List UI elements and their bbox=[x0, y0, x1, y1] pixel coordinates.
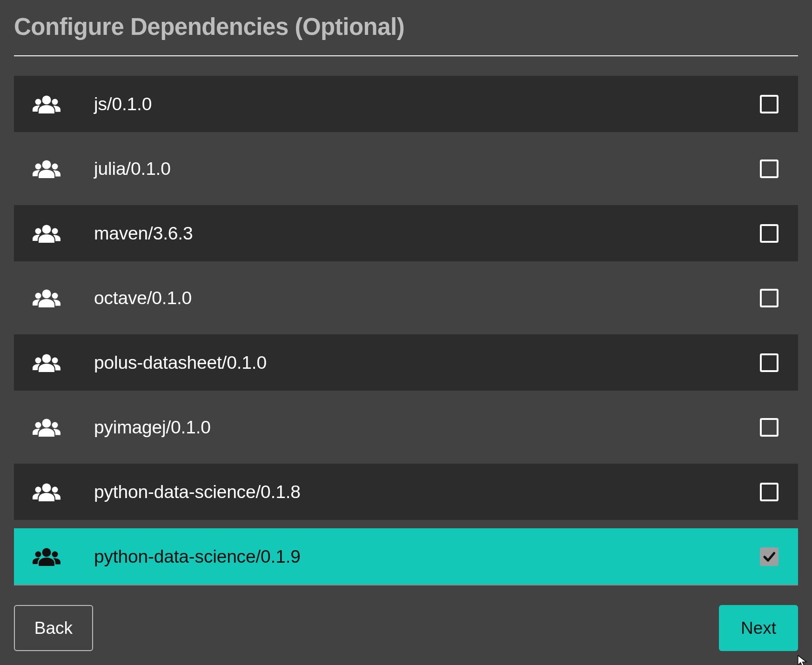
bottom-divider bbox=[14, 585, 798, 585]
svg-point-3 bbox=[42, 160, 51, 169]
dependency-label: julia/0.1.0 bbox=[94, 159, 759, 179]
dependency-checkbox[interactable] bbox=[759, 288, 779, 308]
svg-point-8 bbox=[52, 228, 58, 234]
dependency-list: js/0.1.0 julia/0.1.0 maven/3.6.3 octave/… bbox=[14, 76, 798, 585]
svg-point-9 bbox=[42, 289, 51, 298]
dependency-row[interactable]: polus-datasheet/0.1.0 bbox=[14, 334, 798, 391]
people-icon bbox=[33, 353, 60, 372]
footer: Back Next bbox=[14, 605, 798, 651]
dependency-checkbox[interactable] bbox=[759, 94, 779, 114]
svg-point-12 bbox=[42, 354, 51, 363]
dependency-checkbox[interactable] bbox=[759, 159, 779, 179]
dependency-checkbox[interactable] bbox=[759, 223, 779, 244]
dependency-row[interactable]: js/0.1.0 bbox=[14, 76, 798, 132]
dependency-label: python-data-science/0.1.9 bbox=[94, 546, 759, 567]
svg-point-1 bbox=[35, 99, 41, 105]
dependency-checkbox[interactable] bbox=[759, 482, 779, 502]
svg-point-21 bbox=[42, 548, 51, 557]
people-icon bbox=[33, 418, 60, 437]
svg-point-7 bbox=[35, 228, 41, 234]
dependency-row[interactable]: julia/0.1.0 bbox=[14, 140, 798, 197]
svg-point-20 bbox=[52, 486, 58, 492]
dependency-row[interactable]: pyimagej/0.1.0 bbox=[14, 399, 798, 455]
svg-point-15 bbox=[42, 419, 51, 427]
dependency-row[interactable]: octave/0.1.0 bbox=[14, 270, 798, 326]
svg-point-11 bbox=[52, 293, 58, 299]
people-icon bbox=[33, 483, 60, 501]
people-icon bbox=[33, 289, 60, 307]
svg-point-13 bbox=[35, 357, 41, 363]
svg-point-10 bbox=[35, 293, 41, 299]
svg-point-14 bbox=[52, 357, 58, 363]
people-icon bbox=[33, 160, 60, 178]
dependency-checkbox[interactable] bbox=[759, 352, 779, 373]
svg-point-16 bbox=[35, 422, 41, 428]
back-button[interactable]: Back bbox=[14, 605, 93, 651]
dependency-checkbox[interactable] bbox=[759, 417, 779, 438]
top-divider bbox=[14, 55, 798, 56]
dependency-row-selected[interactable]: python-data-science/0.1.9 bbox=[14, 528, 798, 585]
svg-point-2 bbox=[52, 99, 58, 105]
svg-point-17 bbox=[52, 422, 58, 428]
configure-dependencies-page: Configure Dependencies (Optional) js/0.1… bbox=[0, 0, 812, 665]
svg-point-5 bbox=[52, 163, 58, 169]
dependency-label: polus-datasheet/0.1.0 bbox=[94, 352, 759, 373]
svg-point-6 bbox=[42, 225, 51, 233]
svg-point-0 bbox=[42, 95, 51, 104]
people-icon bbox=[33, 95, 60, 113]
next-button-label: Next bbox=[741, 618, 776, 638]
next-button[interactable]: Next bbox=[719, 605, 798, 651]
dependency-label: pyimagej/0.1.0 bbox=[94, 417, 759, 438]
dependency-label: octave/0.1.0 bbox=[94, 288, 759, 308]
svg-point-18 bbox=[42, 483, 51, 492]
people-icon bbox=[33, 547, 60, 566]
people-icon bbox=[33, 224, 60, 243]
dependency-label: python-data-science/0.1.8 bbox=[94, 482, 759, 502]
dependency-row[interactable]: maven/3.6.3 bbox=[14, 205, 798, 261]
svg-point-19 bbox=[35, 486, 41, 492]
dependency-row[interactable]: python-data-science/0.1.8 bbox=[14, 464, 798, 520]
dependency-checkbox-checked[interactable] bbox=[759, 546, 779, 567]
svg-point-22 bbox=[35, 551, 41, 557]
svg-point-4 bbox=[35, 163, 41, 169]
dependency-label: js/0.1.0 bbox=[94, 94, 759, 114]
back-button-label: Back bbox=[34, 618, 73, 638]
dependency-label: maven/3.6.3 bbox=[94, 223, 759, 244]
page-title: Configure Dependencies (Optional) bbox=[14, 13, 798, 40]
svg-point-23 bbox=[52, 551, 58, 557]
